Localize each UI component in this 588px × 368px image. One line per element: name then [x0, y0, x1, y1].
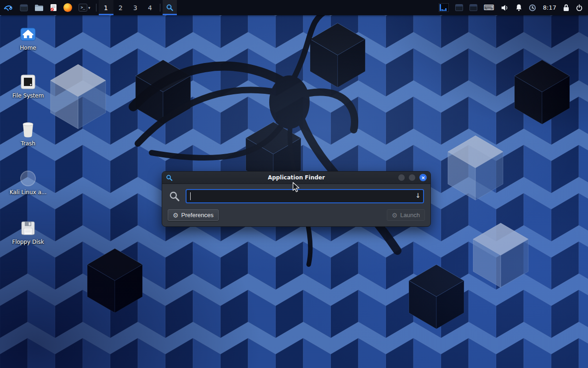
clock-status-icon	[529, 4, 536, 12]
chevron-down-icon[interactable]: ▾	[88, 6, 90, 10]
folder-launcher[interactable]	[31, 0, 47, 15]
power-icon	[576, 4, 583, 12]
search-row: ↓	[162, 184, 430, 206]
panel-separator	[96, 4, 96, 12]
notifications[interactable]	[512, 0, 526, 15]
trash-icon	[21, 122, 35, 138]
launch-label: Launch	[400, 212, 420, 218]
workspace-button-3[interactable]: 3	[128, 0, 143, 15]
window-thumb-icon	[455, 4, 463, 11]
firefox-icon	[63, 3, 72, 12]
search-icon	[166, 4, 174, 12]
tray-window-2[interactable]	[466, 0, 481, 15]
gear-icon: ⚙	[173, 212, 179, 218]
lock-screen-button[interactable]	[560, 0, 572, 15]
search-input[interactable]	[186, 189, 424, 203]
home-icon	[20, 27, 36, 41]
logout-button[interactable]	[572, 0, 586, 15]
keyboard-layout[interactable]: ⌨	[481, 0, 498, 15]
workspace-button-1[interactable]: 1	[99, 0, 113, 15]
drive-icon	[20, 74, 36, 90]
terminal-launcher[interactable]: >_ ▾	[75, 0, 94, 15]
desktop-icon-label: Kali Linux a...	[8, 189, 48, 196]
maximize-button[interactable]	[409, 174, 415, 181]
workspace-button-2[interactable]: 2	[113, 0, 128, 15]
file-manager-launcher[interactable]	[17, 0, 31, 15]
cpu-graph[interactable]	[435, 0, 452, 15]
floppy-icon	[21, 221, 35, 236]
desktop-icon-kali-linux[interactable]: Kali Linux a...	[8, 170, 48, 196]
desktop-icon-label: Home	[8, 45, 48, 51]
close-button[interactable]: ×	[419, 174, 427, 181]
tray-window-1[interactable]	[452, 0, 466, 15]
preferences-label: Preferences	[181, 212, 214, 218]
firefox-launcher[interactable]	[60, 0, 75, 15]
preferences-button[interactable]: ⚙ Preferences	[168, 209, 219, 221]
button-row: ⚙ Preferences ⚙ Launch	[162, 206, 430, 226]
launch-button[interactable]: ⚙ Launch	[387, 209, 425, 221]
bell-icon	[515, 4, 522, 12]
dropdown-arrow-icon[interactable]: ↓	[415, 192, 421, 199]
speaker-icon	[501, 4, 509, 12]
minimize-button[interactable]	[398, 174, 405, 181]
kali-logo-icon	[3, 3, 13, 13]
file-manager-icon	[20, 4, 28, 12]
text-editor-icon	[50, 4, 57, 12]
panel-clock[interactable]: 8:17	[539, 0, 560, 15]
window-thumb-icon	[469, 4, 477, 11]
search-icon-large	[169, 190, 180, 202]
lock-icon	[563, 4, 569, 12]
text-editor-launcher[interactable]	[47, 0, 60, 15]
panel-separator	[160, 4, 160, 12]
desktop-icon-label: Trash	[8, 140, 48, 147]
window-titlebar[interactable]: Application Finder ×	[162, 172, 430, 184]
text-caret	[190, 192, 191, 200]
cpu-graph-icon	[439, 3, 449, 12]
window-title: Application Finder	[162, 174, 430, 181]
launch-icon: ⚙	[392, 212, 398, 218]
folder-icon	[34, 4, 44, 12]
desktop-icon-trash[interactable]: Trash	[8, 121, 48, 147]
taskbar-application-finder[interactable]	[163, 0, 177, 15]
desktop-icon-label: File System	[8, 92, 48, 99]
status-tray[interactable]	[526, 0, 539, 15]
desktop-icon-floppy-disk[interactable]: Floppy Disk	[8, 220, 48, 245]
terminal-icon: >_	[79, 4, 87, 12]
application-finder-window: Application Finder × ↓ ⚙ Preferences ⚙ L…	[162, 171, 431, 227]
desktop-icon-home[interactable]: Home	[8, 26, 48, 51]
kali-menu-button[interactable]	[0, 0, 17, 15]
top-panel: >_ ▾ 1 2 3 4 ⌨	[0, 0, 588, 15]
kali-faded-icon	[20, 171, 36, 186]
workspace-button-4[interactable]: 4	[143, 0, 158, 15]
volume-control[interactable]	[498, 0, 512, 15]
keyboard-icon: ⌨	[484, 4, 494, 12]
desktop-icon-file-system[interactable]: File System	[8, 74, 48, 99]
desktop-icon-label: Floppy Disk	[8, 239, 48, 245]
